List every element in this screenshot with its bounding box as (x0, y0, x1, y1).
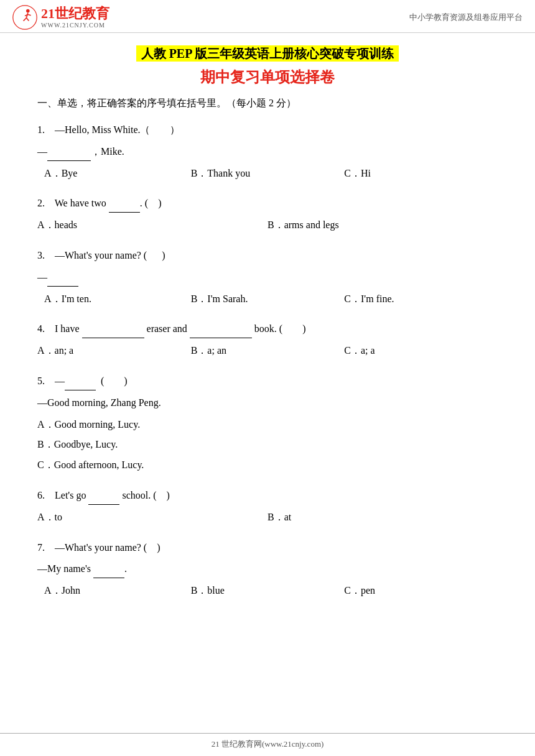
sub-title: 期中复习单项选择卷 (37, 67, 498, 87)
q1-blank (47, 150, 91, 161)
question-4: 4. I have eraser and book. ( ) A．an; a B… (37, 320, 498, 360)
q1-option-a: A．Bye (37, 165, 191, 183)
q5-blank (65, 379, 96, 390)
q1-option-b: B．Thank you (191, 165, 345, 183)
question-7: 7. —What's your name? ( ) —My name's . A… (37, 539, 498, 600)
q1-em-dash: — (37, 146, 47, 157)
q7-option-b: B．blue (191, 582, 345, 600)
q2-text: 2. We have two . ( ) (37, 195, 498, 213)
q7-blank (93, 567, 124, 578)
main-title-block: 人教 PEP 版三年级英语上册核心突破专项训练 (37, 45, 498, 62)
q7-num: 7. (37, 542, 45, 553)
logo: 21世纪教育 WWW.21CNJY.COM (12, 5, 109, 30)
q2-num: 2. (37, 198, 45, 208)
q7-options: A．John B．blue C．pen (37, 582, 498, 600)
q4-blank2 (190, 327, 252, 338)
q4-option-c: C．a; a (344, 342, 498, 360)
q6-option-a: A．to (37, 509, 268, 527)
q2-option-a: A．heads (37, 216, 268, 234)
q3-blank (47, 275, 78, 287)
q5-option-a: A．Good morning, Lucy. (37, 416, 498, 434)
q1-text1: —Hello, Miss White.（ ） (55, 124, 180, 135)
footer-text: 21 世纪教育网(www.21cnjy.com) (212, 739, 324, 749)
q1-options: A．Bye B．Thank you C．Hi (37, 165, 498, 183)
q5-option-c: C．Good afternoon, Lucy. (37, 456, 498, 474)
logo-sub-text: WWW.21CNJY.COM (41, 22, 109, 29)
q2-option-b: B．arms and legs (268, 216, 498, 234)
q7-dialog2: —My name's . (37, 560, 498, 578)
q4-option-a: A．an; a (37, 342, 191, 360)
q6-text: 6. Let's go school. ( ) (37, 487, 498, 505)
svg-line-6 (28, 14, 31, 16)
question-2: 2. We have two . ( ) A．heads B．arms and … (37, 195, 498, 234)
question-6: 6. Let's go school. ( ) A．to B．at (37, 487, 498, 527)
svg-point-1 (26, 9, 30, 13)
q4-num: 4. (37, 323, 45, 334)
svg-line-4 (26, 18, 29, 21)
logo-icon (12, 5, 37, 30)
q5-dialog1: 5. — ( ) (37, 372, 498, 390)
q5-options: A．Good morning, Lucy. B．Goodbye, Lucy. C… (37, 416, 498, 474)
q2-options: A．heads B．arms and legs (37, 216, 498, 234)
q5-dialog2: —Good morning, Zhang Peng. (37, 394, 498, 412)
main-content: 人教 PEP 版三年级英语上册核心突破专项训练 期中复习单项选择卷 一、单选，将… (0, 33, 535, 637)
q7-option-a: A．John (37, 582, 191, 600)
q3-num: 3. (37, 250, 45, 260)
q4-option-b: B．a; an (191, 342, 345, 360)
q6-blank (88, 494, 119, 505)
header-site-tag: 中小学教育资源及组卷应用平台 (409, 12, 523, 23)
q3-options: A．I'm ten. B．I'm Sarah. C．I'm fine. (37, 290, 498, 308)
q1-dialog1: 1. —Hello, Miss White.（ ） (37, 121, 498, 139)
q1-dialog2: —，Mike. (37, 143, 498, 161)
section-header: 一、单选，将正确答案的序号填在括号里。（每小题 2 分） (37, 97, 498, 110)
q6-num: 6. (37, 490, 45, 500)
q7-dialog1: 7. —What's your name? ( ) (37, 539, 498, 557)
question-5: 5. — ( ) —Good morning, Zhang Peng. A．Go… (37, 372, 498, 474)
logo-text: 21世纪教育 WWW.21CNJY.COM (41, 6, 109, 29)
q4-blank1 (82, 327, 144, 338)
page-header: 21世纪教育 WWW.21CNJY.COM 中小学教育资源及组卷应用平台 (0, 0, 535, 33)
q3-dialog1: 3. —What's your name? ( ) (37, 247, 498, 265)
question-1: 1. —Hello, Miss White.（ ） —，Mike. A．Bye … (37, 121, 498, 182)
main-title-text: 人教 PEP 版三年级英语上册核心突破专项训练 (136, 45, 399, 62)
q5-option-b: B．Goodbye, Lucy. (37, 436, 498, 454)
q5-num: 5. (37, 376, 45, 386)
q2-blank (109, 201, 140, 213)
svg-line-3 (24, 18, 27, 21)
svg-point-0 (13, 6, 37, 29)
page-footer: 21 世纪教育网(www.21cnjy.com) (0, 733, 535, 756)
q3-option-c: C．I'm fine. (344, 290, 498, 308)
q3-option-a: A．I'm ten. (37, 290, 191, 308)
q3-option-b: B．I'm Sarah. (191, 290, 345, 308)
logo-main-text: 21世纪教育 (41, 6, 109, 22)
q6-option-b: B．at (268, 509, 498, 527)
q4-text: 4. I have eraser and book. ( ) (37, 320, 498, 338)
q3-dialog2: — (37, 269, 498, 287)
q1-option-c: C．Hi (344, 165, 498, 183)
q4-options: A．an; a B．a; an C．a; a (37, 342, 498, 360)
q7-option-c: C．pen (344, 582, 498, 600)
q1-num: 1. (37, 124, 45, 135)
question-3: 3. —What's your name? ( ) — A．I'm ten. B… (37, 247, 498, 308)
q6-options: A．to B．at (37, 509, 498, 527)
